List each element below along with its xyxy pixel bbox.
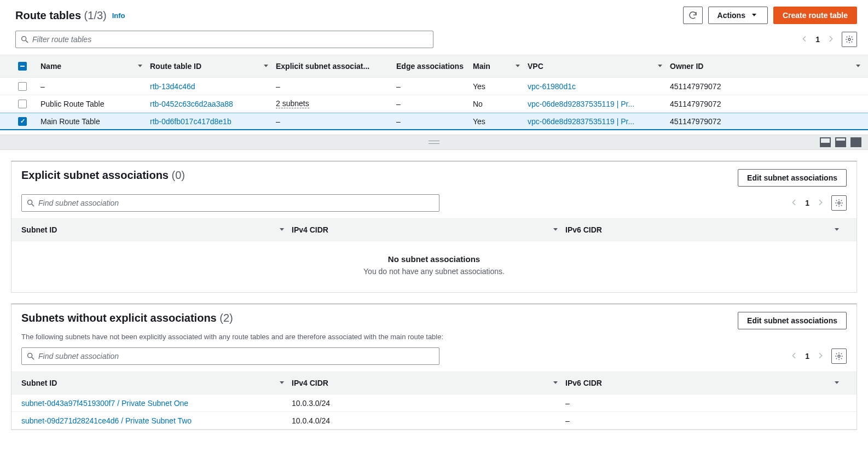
filter-box[interactable]	[15, 31, 433, 48]
col-route-table-id[interactable]: Route table ID	[150, 62, 201, 71]
implicit-filter-input[interactable]	[38, 352, 435, 361]
cell-ipv6: –	[565, 416, 570, 425]
panel-resize-handle[interactable]	[0, 135, 868, 150]
svg-marker-5	[264, 65, 268, 67]
sort-icon[interactable]	[513, 61, 522, 72]
page-next[interactable]	[816, 198, 825, 208]
page-prev[interactable]	[790, 351, 798, 362]
empty-title: No subnet associations	[11, 254, 857, 264]
vpc-link[interactable]: vpc-61980d1c	[528, 82, 576, 91]
cell-explicit-subnet: –	[276, 117, 280, 126]
col-edge-assoc[interactable]: Edge associations	[396, 62, 464, 71]
table-row[interactable]: – rtb-13d4c46d – – Yes vpc-61980d1c 4511…	[0, 78, 868, 95]
svg-marker-12	[280, 228, 284, 231]
vpc-link[interactable]: vpc-06de8d92837535119 | Pr...	[528, 100, 634, 108]
svg-marker-13	[553, 228, 558, 231]
table-row[interactable]: subnet-0d43a97f4519300f7 / Private Subne…	[11, 394, 857, 412]
row-checkbox[interactable]	[18, 100, 27, 108]
cell-main: Yes	[473, 117, 485, 126]
sort-icon[interactable]	[551, 378, 560, 388]
sort-icon[interactable]	[854, 61, 863, 72]
page-next[interactable]	[816, 351, 825, 362]
svg-point-1	[22, 37, 26, 41]
subnet-link[interactable]: subnet-0d43a97f4519300f7 / Private Subne…	[21, 399, 188, 408]
page-number: 1	[805, 352, 809, 361]
explicit-filter-box[interactable]	[21, 194, 439, 212]
svg-marker-8	[856, 65, 860, 67]
cell-main: No	[473, 100, 483, 108]
sort-icon[interactable]	[832, 225, 841, 235]
search-icon	[26, 199, 35, 207]
page-prev[interactable]	[800, 34, 809, 45]
select-all-checkbox[interactable]	[18, 62, 27, 71]
col-ipv6-cidr[interactable]: IPv6 CIDR	[565, 379, 602, 387]
sort-icon[interactable]	[277, 378, 286, 388]
table-row[interactable]: Main Route Table rtb-0d6fb017c417d8e1b –…	[0, 113, 868, 130]
col-subnet-id[interactable]: Subnet ID	[21, 225, 57, 234]
implicit-associations-panel: Subnets without explicit associations (2…	[11, 304, 857, 430]
col-ipv6-cidr[interactable]: IPv6 CIDR	[565, 225, 602, 234]
cell-edge: –	[396, 117, 401, 126]
edit-subnet-associations-button[interactable]: Edit subnet associations	[738, 312, 847, 329]
panel-title: Explicit subnet associations (0)	[21, 169, 185, 182]
sort-icon[interactable]	[277, 225, 286, 235]
svg-marker-0	[752, 14, 756, 16]
route-table-link[interactable]: rtb-0452c63c6d2aa3a88	[150, 100, 233, 108]
svg-line-10	[32, 204, 34, 206]
subnet-link[interactable]: subnet-09d271d28241ce4d6 / Private Subne…	[21, 416, 192, 425]
implicit-filter-box[interactable]	[21, 347, 439, 365]
svg-line-16	[32, 357, 34, 359]
table-row[interactable]: Public Route Table rtb-0452c63c6d2aa3a88…	[0, 95, 868, 113]
col-owner[interactable]: Owner ID	[670, 62, 703, 71]
svg-marker-4	[138, 65, 142, 67]
filter-input[interactable]	[32, 35, 429, 44]
sort-icon[interactable]	[262, 61, 270, 72]
svg-marker-19	[553, 381, 558, 384]
sort-icon[interactable]	[832, 378, 841, 388]
col-explicit-subnet[interactable]: Explicit subnet associat...	[276, 62, 369, 71]
cell-name: –	[40, 82, 45, 91]
view-mode-full[interactable]	[850, 137, 861, 147]
row-checkbox[interactable]	[18, 117, 27, 126]
cell-explicit-subnet[interactable]: 2 subnets	[276, 99, 309, 108]
settings-button[interactable]	[842, 32, 857, 47]
vpc-link[interactable]: vpc-06de8d92837535119 | Pr...	[528, 117, 634, 126]
view-mode-large[interactable]	[835, 137, 846, 147]
sort-icon[interactable]	[551, 225, 560, 235]
col-ipv4-cidr[interactable]: IPv4 CIDR	[292, 379, 328, 387]
svg-point-17	[838, 355, 840, 357]
panel-title: Subnets without explicit associations (2…	[21, 312, 233, 324]
page-next[interactable]	[826, 34, 835, 45]
settings-button[interactable]	[831, 349, 847, 364]
route-table-link[interactable]: rtb-13d4c46d	[150, 82, 195, 91]
svg-point-15	[28, 353, 32, 358]
table-row[interactable]: subnet-09d271d28241ce4d6 / Private Subne…	[11, 412, 857, 429]
row-checkbox[interactable]	[18, 82, 27, 91]
svg-point-11	[838, 202, 840, 204]
panel-description: The following subnets have not been expl…	[11, 333, 857, 344]
col-subnet-id[interactable]: Subnet ID	[21, 379, 57, 387]
col-vpc[interactable]: VPC	[528, 62, 543, 71]
view-mode-half[interactable]	[820, 137, 831, 147]
route-table-link[interactable]: rtb-0d6fb017c417d8e1b	[150, 117, 232, 126]
search-icon	[26, 352, 35, 361]
col-name[interactable]: Name	[40, 62, 61, 71]
actions-dropdown[interactable]: Actions	[708, 7, 768, 24]
settings-button[interactable]	[831, 195, 847, 211]
page-number: 1	[805, 199, 809, 207]
cell-owner: 451147979072	[670, 117, 721, 126]
edit-subnet-associations-button[interactable]: Edit subnet associations	[738, 169, 847, 187]
col-main[interactable]: Main	[473, 62, 490, 71]
sort-icon[interactable]	[656, 61, 664, 72]
cell-edge: –	[396, 100, 401, 108]
sort-icon[interactable]	[136, 61, 144, 72]
svg-marker-6	[516, 65, 520, 67]
gear-icon	[845, 35, 854, 44]
explicit-filter-input[interactable]	[38, 199, 435, 207]
create-route-table-button[interactable]: Create route table	[773, 7, 857, 24]
col-ipv4-cidr[interactable]: IPv4 CIDR	[292, 225, 328, 234]
refresh-button[interactable]	[683, 7, 703, 24]
page-prev[interactable]	[790, 198, 798, 208]
info-link[interactable]: Info	[112, 11, 125, 20]
page-number: 1	[815, 35, 820, 44]
